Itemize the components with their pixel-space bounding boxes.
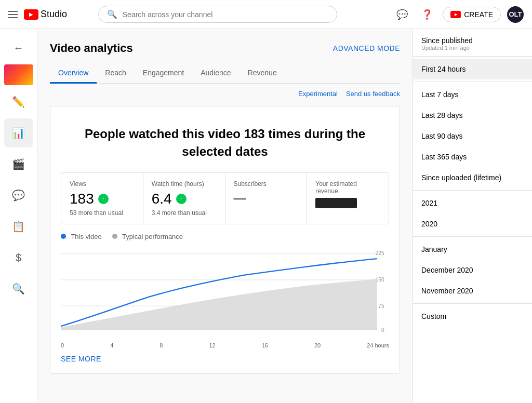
x-label-12: 12	[209, 342, 215, 348]
metric-subscribers: Subscribers —	[225, 173, 308, 224]
sidebar-item-checks[interactable]: 🔍	[4, 274, 33, 303]
views-value: 183 ↑	[70, 191, 135, 207]
legend-typical-label: Typical performance	[122, 233, 183, 240]
create-video-icon	[450, 11, 461, 18]
legend-typical: Typical performance	[112, 233, 183, 240]
advanced-mode-link[interactable]: ADVANCED MODE	[333, 44, 400, 52]
watchtime-up-arrow: ↑	[176, 194, 187, 204]
chart-legend: This video Typical performance	[61, 233, 389, 240]
revenue-value	[315, 198, 380, 208]
back-icon: ←	[14, 42, 24, 54]
tab-reach[interactable]: Reach	[97, 63, 134, 84]
dollar-icon: $	[16, 252, 21, 264]
x-label-4: 4	[110, 342, 113, 348]
watchtime-number: 6.4	[152, 191, 172, 207]
svg-text:75: 75	[378, 303, 384, 309]
svg-text:0: 0	[381, 328, 384, 333]
chart-container: 225 150 75 0	[61, 247, 389, 340]
metrics-row: Views 183 ↑ 53 more than usual Watch tim…	[61, 172, 389, 224]
analytics-icon: 📊	[12, 127, 25, 139]
search-bar[interactable]: 🔍	[98, 6, 337, 23]
views-sub: 53 more than usual	[70, 209, 135, 217]
main-content: Video analytics ADVANCED MODE Overview R…	[37, 29, 532, 403]
create-button[interactable]: CREATE	[443, 7, 501, 22]
help-button[interactable]: ❓	[418, 5, 436, 24]
legend-this-video: This video	[61, 233, 102, 240]
sidebar-item-analytics[interactable]: 📊	[4, 118, 33, 147]
logo[interactable]: Studio	[24, 9, 67, 20]
headline-text: People watched this video 183 times duri…	[61, 125, 389, 160]
chart-x-labels: 0 4 8 12 16 20 24 hours	[61, 340, 389, 348]
sidebar-item-back[interactable]: ←	[4, 33, 33, 62]
x-label-16: 16	[262, 342, 268, 348]
page-header: Video analytics ADVANCED MODE	[50, 42, 400, 55]
tab-label: Revenue	[248, 69, 277, 77]
legend-gray-dot	[112, 234, 117, 239]
revenue-redacted-bar	[315, 198, 357, 208]
metric-watchtime: Watch time (hours) 6.4 ↑ 3.4 more than u…	[143, 173, 225, 224]
sidebar-item-videos[interactable]: 🎬	[4, 150, 33, 179]
subscribers-label: Subscribers	[234, 180, 299, 187]
x-label-24h: 24 hours	[367, 342, 389, 348]
thumbnail-image	[4, 64, 33, 85]
subscribers-number: —	[234, 191, 246, 205]
messages-button[interactable]: 💬	[393, 5, 411, 24]
metric-revenue: Your estimated revenue	[307, 173, 389, 224]
views-up-arrow: ↑	[98, 194, 109, 204]
x-label-20: 20	[314, 342, 321, 348]
sidebar-item-edit[interactable]: ✏️	[4, 87, 33, 116]
analytics-tabs: Overview Reach Engagement Audience Reven…	[50, 63, 400, 84]
experimental-bar: Experimental Send us feedback	[50, 90, 400, 98]
sidebar: ← ✏️ 📊 🎬 💬 📋 $ 🔍	[0, 29, 37, 403]
tab-audience[interactable]: Audience	[192, 63, 239, 84]
tab-label: Reach	[105, 69, 126, 77]
logo-text: Studio	[41, 9, 67, 20]
top-navigation: Studio 🔍 💬 ❓ CREATE OLT	[0, 0, 532, 29]
hamburger-menu[interactable]	[8, 11, 18, 18]
legend-this-video-label: This video	[71, 233, 101, 240]
see-more-link[interactable]: SEE MORE	[61, 355, 389, 363]
svg-text:225: 225	[376, 250, 384, 256]
watchtime-value: 6.4 ↑	[152, 191, 217, 207]
search-icon: 🔍	[107, 9, 117, 19]
avatar[interactable]: OLT	[507, 6, 524, 23]
watchtime-label: Watch time (hours)	[152, 180, 217, 187]
comments-icon: 💬	[12, 189, 25, 202]
x-label-0: 0	[61, 342, 64, 348]
x-label-8: 8	[159, 342, 163, 348]
tab-label: Audience	[201, 69, 231, 77]
check-icon: 🔍	[12, 283, 25, 295]
content-area: Video analytics ADVANCED MODE Overview R…	[50, 42, 400, 374]
subtitles-icon: 📋	[12, 220, 25, 233]
create-label: CREATE	[464, 10, 493, 19]
chart-svg: 225 150 75 0	[61, 247, 389, 340]
nav-left: Studio	[8, 9, 67, 20]
tab-revenue[interactable]: Revenue	[240, 63, 285, 84]
feedback-link[interactable]: Send us feedback	[346, 90, 400, 98]
tab-overview[interactable]: Overview	[50, 63, 97, 84]
experimental-link[interactable]: Experimental	[298, 90, 338, 98]
sidebar-item-comments[interactable]: 💬	[4, 181, 33, 210]
views-label: Views	[70, 180, 135, 187]
tab-label: Engagement	[143, 69, 184, 77]
youtube-icon	[24, 9, 38, 20]
subscribers-value: —	[234, 191, 299, 205]
nav-right: 💬 ❓ CREATE OLT	[393, 5, 524, 24]
video-thumbnail[interactable]	[4, 64, 33, 85]
analytics-card: People watched this video 183 times duri…	[50, 106, 400, 374]
sidebar-item-monetize[interactable]: $	[4, 243, 33, 272]
page-title: Video analytics	[50, 42, 133, 55]
revenue-label: Your estimated revenue	[315, 180, 380, 195]
videos-icon: 🎬	[12, 158, 25, 170]
tab-label: Overview	[58, 69, 88, 77]
typical-area	[61, 279, 377, 330]
sidebar-item-subtitles[interactable]: 📋	[4, 212, 33, 241]
tab-engagement[interactable]: Engagement	[135, 63, 192, 84]
views-number: 183	[70, 191, 94, 207]
metric-views: Views 183 ↑ 53 more than usual	[61, 173, 143, 224]
edit-icon: ✏️	[12, 96, 25, 108]
legend-blue-dot	[61, 234, 66, 239]
search-input[interactable]	[123, 10, 328, 19]
watchtime-sub: 3.4 more than usual	[152, 209, 217, 217]
